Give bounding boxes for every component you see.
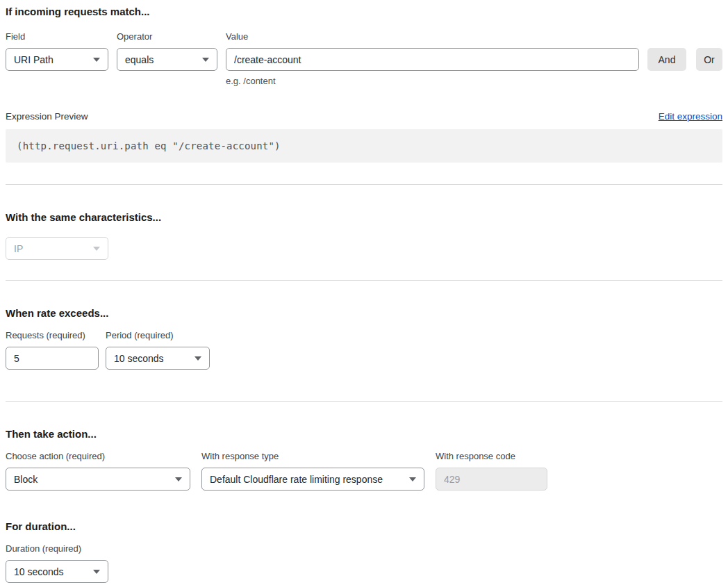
- response-type-select[interactable]: Default Cloudflare rate limiting respons…: [201, 468, 424, 491]
- chevron-down-icon: [195, 356, 201, 361]
- chevron-down-icon: [175, 477, 182, 481]
- rate-section-title: When rate exceeds...: [6, 307, 722, 319]
- requests-group: Requests (required): [6, 330, 99, 370]
- response-type-label: With response type: [201, 451, 424, 462]
- duration-label: Duration (required): [6, 543, 108, 554]
- response-type-select-value: Default Cloudflare rate limiting respons…: [210, 474, 404, 485]
- action-section: Then take action... Choose action (requi…: [6, 428, 722, 491]
- field-select-value: URI Path: [14, 54, 88, 65]
- requests-label: Requests (required): [6, 330, 99, 341]
- value-input[interactable]: [226, 48, 639, 71]
- chevron-down-icon: [93, 247, 100, 251]
- or-button[interactable]: Or: [696, 48, 722, 71]
- action-section-title: Then take action...: [6, 428, 722, 440]
- field-group: Field URI Path: [6, 31, 108, 71]
- value-label: Value: [226, 31, 639, 42]
- chevron-down-icon: [202, 58, 209, 62]
- operator-label: Operator: [117, 31, 217, 42]
- period-select[interactable]: 10 seconds: [106, 347, 210, 370]
- action-select-value: Block: [14, 474, 169, 485]
- duration-group: Duration (required) 10 seconds: [6, 543, 108, 583]
- action-label: Choose action (required): [6, 451, 190, 462]
- period-group: Period (required) 10 seconds: [106, 330, 210, 370]
- duration-section-title: For duration...: [6, 520, 722, 532]
- section-divider: [6, 280, 722, 281]
- expression-preview-label: Expression Preview: [6, 111, 88, 122]
- response-type-group: With response type Default Cloudflare ra…: [201, 451, 424, 491]
- value-group: Value e.g. /content: [226, 31, 639, 86]
- characteristic-select: IP: [6, 237, 108, 260]
- chevron-down-icon: [93, 58, 100, 62]
- value-hint: e.g. /content: [226, 76, 639, 86]
- duration-select-value: 10 seconds: [14, 566, 88, 577]
- action-group: Choose action (required) Block: [6, 451, 190, 491]
- and-button[interactable]: And: [647, 48, 686, 71]
- rate-section: When rate exceeds... Requests (required)…: [6, 307, 722, 370]
- operator-group: Operator equals: [117, 31, 217, 71]
- duration-select[interactable]: 10 seconds: [6, 560, 108, 583]
- chevron-down-icon: [409, 477, 416, 481]
- expression-code: (http.request.uri.path eq "/create-accou…: [6, 129, 722, 163]
- duration-section: For duration... Duration (required) 10 s…: [6, 520, 722, 583]
- characteristics-section-title: With the same characteristics...: [6, 211, 722, 223]
- period-label: Period (required): [106, 330, 210, 341]
- match-section-title: If incoming requests match...: [6, 6, 722, 17]
- action-select[interactable]: Block: [6, 468, 190, 491]
- requests-input[interactable]: [6, 347, 99, 370]
- section-divider: [6, 184, 722, 185]
- response-code-group: With response code: [436, 451, 547, 491]
- match-section: If incoming requests match... Field URI …: [6, 6, 722, 163]
- response-code-input: [436, 468, 547, 491]
- field-label: Field: [6, 31, 108, 42]
- section-divider: [6, 401, 722, 402]
- operator-select-value: equals: [125, 54, 197, 65]
- response-code-label: With response code: [436, 451, 547, 462]
- characteristics-section: With the same characteristics... IP: [6, 211, 722, 260]
- field-select[interactable]: URI Path: [6, 48, 108, 71]
- characteristic-select-value: IP: [14, 243, 88, 254]
- chevron-down-icon: [93, 570, 100, 574]
- operator-select[interactable]: equals: [117, 48, 217, 71]
- edit-expression-link[interactable]: Edit expression: [659, 111, 722, 122]
- period-select-value: 10 seconds: [114, 353, 189, 364]
